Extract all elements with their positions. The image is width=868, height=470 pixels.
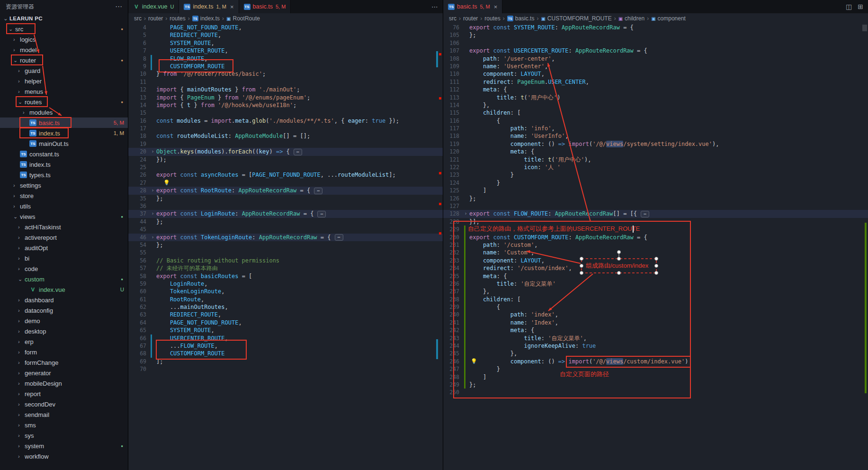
chevron-right-icon[interactable]: › xyxy=(18,391,25,397)
code-line-239[interactable]: 239 { xyxy=(443,303,868,311)
chevron-right-icon[interactable]: › xyxy=(13,193,20,199)
tree-item-routes[interactable]: ⌄routes● xyxy=(0,97,128,107)
chevron-right-icon[interactable]: › xyxy=(18,349,25,355)
fold-chevron-icon[interactable]: › xyxy=(149,187,156,194)
code-line-63[interactable]: 63 REDIRECT_ROUTE, xyxy=(128,311,443,318)
editor-layout-icon[interactable]: ⊞ xyxy=(858,3,863,10)
chevron-right-icon[interactable]: › xyxy=(18,266,25,271)
tree-item-router[interactable]: ⌄router● xyxy=(0,55,128,65)
chevron-right-icon[interactable]: › xyxy=(13,47,20,53)
code-line-126[interactable]: 126}; xyxy=(443,195,868,202)
code-line-6[interactable]: 6 SYSTEM_ROUTE, xyxy=(128,39,443,47)
tree-item-constant.ts[interactable]: TSconstant.ts xyxy=(0,149,128,159)
chevron-right-icon[interactable]: › xyxy=(13,36,20,42)
code-line-58[interactable]: 58export const basicRoutes = [ xyxy=(128,272,443,280)
code-line-231[interactable]: 231 path: '/custom', xyxy=(443,241,868,249)
tree-item-custom[interactable]: ⌄custom● xyxy=(0,274,128,284)
tree-item-actHiTaskinst[interactable]: ›actHiTaskinst xyxy=(0,222,128,232)
code-line-250[interactable]: 250 xyxy=(443,389,868,396)
chevron-right-icon[interactable]: › xyxy=(13,203,20,209)
tab-basic.ts[interactable]: TSbasic.ts5, M× xyxy=(443,0,502,13)
code-line-76[interactable]: 76export const SYSTEM_ROUTE: AppRouteRec… xyxy=(443,24,868,31)
code-line-17[interactable]: 17 xyxy=(128,125,443,132)
tree-item-modules[interactable]: ›modules xyxy=(0,107,128,118)
code-line-20[interactable]: 20›Object.keys(modules).forEach((key) =>… xyxy=(128,148,443,155)
code-line-235[interactable]: 235 meta: { xyxy=(443,272,868,280)
code-line-28[interactable]: 28›export const RootRoute: AppRouteRecor… xyxy=(128,187,443,194)
tree-item-formChange[interactable]: ›formChange xyxy=(0,357,128,368)
code-line-60[interactable]: 60 TokenLoginRoute, xyxy=(128,288,443,295)
code-editor[interactable]: 76export const SYSTEM_ROUTE: AppRouteRec… xyxy=(443,24,868,470)
code-line-125[interactable]: 125 ] xyxy=(443,187,868,194)
tree-item-system[interactable]: ›system● xyxy=(0,441,128,451)
code-line-16[interactable]: 16const modules = import.meta.glob('./mo… xyxy=(128,117,443,125)
code-line-67[interactable]: 67 ...FLOW_ROUTE, xyxy=(128,342,443,350)
breadcrumb-item-RootRoute[interactable]: ▣RootRoute xyxy=(226,15,260,22)
code-line-106[interactable]: 106 xyxy=(443,39,868,47)
code-line-57[interactable]: 57// 未经许可的基本路由 xyxy=(128,264,443,272)
chevron-right-icon[interactable]: › xyxy=(18,245,25,251)
chevron-right-icon[interactable]: › xyxy=(18,255,25,261)
tree-item-auditOpt[interactable]: ›auditOpt xyxy=(0,243,128,253)
tree-item-views[interactable]: ⌄views● xyxy=(0,211,128,222)
tree-item-logics[interactable]: ›logics xyxy=(0,34,128,45)
tree-item-mainOut.ts[interactable]: TSmainOut.ts xyxy=(0,138,128,149)
code-line-117[interactable]: 117 path: 'info', xyxy=(443,125,868,132)
code-editor[interactable]: 4 PAGE_NOT_FOUND_ROUTE,5 REDIRECT_ROUTE,… xyxy=(128,24,443,470)
tree-item-desktop[interactable]: ›desktop xyxy=(0,326,128,336)
tab-basic.ts[interactable]: TSbasic.ts5, M xyxy=(239,0,291,13)
chevron-right-icon[interactable]: › xyxy=(18,297,25,303)
code-line-65[interactable]: 65 SYSTEM_ROUTE, xyxy=(128,326,443,334)
code-line-107[interactable]: 107export const USERCENTER_ROUTE: AppRou… xyxy=(443,47,868,54)
tree-item-store[interactable]: ›store xyxy=(0,190,128,201)
breadcrumb-item-router[interactable]: router xyxy=(463,15,478,22)
code-line-116[interactable]: 116 { xyxy=(443,117,868,125)
folded-code-icon[interactable]: ⋯ xyxy=(294,149,302,155)
breadcrumb-item-routes[interactable]: routes xyxy=(484,15,500,22)
tree-item-report[interactable]: ›report xyxy=(0,389,128,399)
chevron-right-icon[interactable]: › xyxy=(18,370,25,376)
breadcrumb-item-component[interactable]: ▣component xyxy=(651,15,686,22)
code-line-114[interactable]: 114 }, xyxy=(443,101,868,109)
code-line-69[interactable]: 69]; xyxy=(128,358,443,365)
tree-item-mobileDesign[interactable]: ›mobileDesign xyxy=(0,378,128,389)
code-line-64[interactable]: 64 PAGE_NOT_FOUND_ROUTE, xyxy=(128,319,443,326)
breadcrumb-item-router[interactable]: router xyxy=(148,15,163,22)
tree-item-code[interactable]: ›code xyxy=(0,263,128,274)
code-line-36[interactable]: 36 xyxy=(128,202,443,210)
code-line-105[interactable]: 105}; xyxy=(443,31,868,39)
tree-item-index.vue[interactable]: Vindex.vueU xyxy=(0,284,128,295)
code-line-62[interactable]: 62 ...mainOutRoutes, xyxy=(128,303,443,311)
chevron-right-icon[interactable]: › xyxy=(18,339,25,344)
chevron-right-icon[interactable]: › xyxy=(23,109,29,115)
chevron-right-icon[interactable]: › xyxy=(18,401,25,407)
tree-item-dataconfig[interactable]: ›dataconfig xyxy=(0,305,128,316)
code-line-56[interactable]: 56// Basic routing without permissions xyxy=(128,257,443,264)
code-line-241[interactable]: 241 name: 'Index', xyxy=(443,319,868,326)
code-line-244[interactable]: 244 ignoreKeepAlive: true xyxy=(443,342,868,350)
fold-chevron-icon[interactable]: › xyxy=(462,210,469,217)
code-line-37[interactable]: 37›export const LoginRoute: AppRouteReco… xyxy=(128,210,443,217)
code-line-7[interactable]: 7 USERCENTER_ROUTE, xyxy=(128,47,443,54)
code-line-119[interactable]: 119 component: () => import('/@/views/sy… xyxy=(443,140,868,148)
code-line-18[interactable]: 18const routeModuleList: AppRouteModule[… xyxy=(128,132,443,140)
tab-index.ts[interactable]: TSindex.ts1, M× xyxy=(179,0,239,13)
code-line-230[interactable]: 230export const CUSTOMFORM_ROUTE: AppRou… xyxy=(443,234,868,241)
code-line-232[interactable]: 232 name: 'Custom', xyxy=(443,249,868,256)
tree-item-src[interactable]: ⌄src● xyxy=(0,24,128,34)
fold-chevron-icon[interactable]: › xyxy=(149,148,156,155)
code-line-24[interactable]: 24}); xyxy=(128,156,443,163)
code-line-14[interactable]: 14import { t } from '/@/hooks/web/useI18… xyxy=(128,101,443,109)
code-line-54[interactable]: 54}; xyxy=(128,241,443,249)
breadcrumb-item-index.ts[interactable]: TSindex.ts xyxy=(192,15,220,22)
code-line-246[interactable]: 246💡 component: () => import('/@/views/c… xyxy=(443,358,868,365)
chevron-down-icon[interactable]: ⌄ xyxy=(9,26,15,32)
code-line-5[interactable]: 5 REDIRECT_ROUTE, xyxy=(128,31,443,39)
code-line-242[interactable]: 242 meta: { xyxy=(443,326,868,334)
code-line-127[interactable]: 127 xyxy=(443,202,868,210)
tree-item-guard[interactable]: ›guard xyxy=(0,65,128,76)
tree-item-index.ts[interactable]: TSindex.ts xyxy=(0,159,128,170)
chevron-down-icon[interactable]: ⌄ xyxy=(18,99,25,105)
chevron-right-icon[interactable]: › xyxy=(13,182,20,188)
chevron-right-icon[interactable]: › xyxy=(18,328,25,334)
